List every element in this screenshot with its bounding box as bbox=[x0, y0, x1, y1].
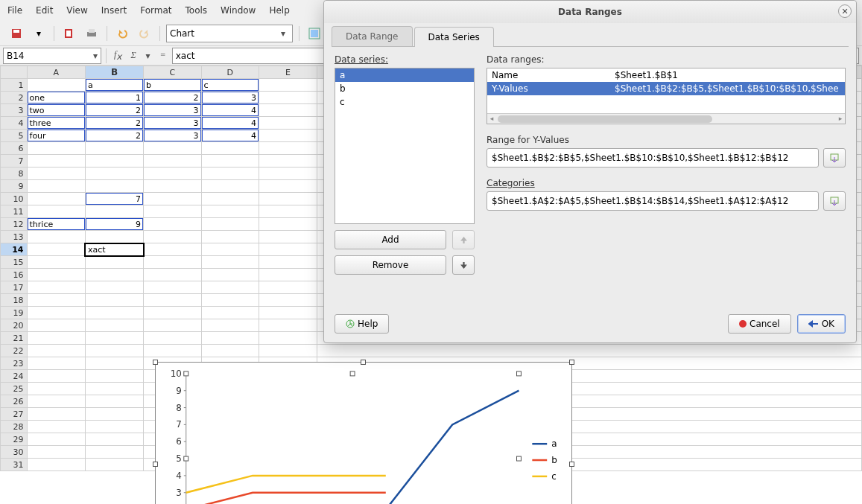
cell[interactable] bbox=[201, 205, 259, 218]
row-header[interactable]: 30 bbox=[1, 446, 28, 459]
cell[interactable] bbox=[259, 243, 317, 256]
cell[interactable]: 3 bbox=[144, 104, 202, 117]
cell[interactable] bbox=[201, 256, 259, 269]
data-series-listbox[interactable]: abc bbox=[335, 68, 475, 224]
cell[interactable] bbox=[27, 421, 85, 433]
cell[interactable] bbox=[144, 193, 202, 205]
row-header[interactable]: 20 bbox=[1, 319, 28, 332]
cell[interactable] bbox=[27, 395, 85, 408]
col-header-C[interactable]: C bbox=[144, 66, 202, 79]
cell[interactable] bbox=[144, 168, 202, 180]
name-box[interactable]: ▾ bbox=[3, 48, 101, 64]
ok-button[interactable]: OK bbox=[797, 314, 846, 334]
col-header-E[interactable]: E bbox=[259, 66, 317, 79]
cell[interactable] bbox=[201, 142, 259, 155]
cell[interactable]: 2 bbox=[85, 104, 143, 117]
resize-handle[interactable] bbox=[361, 360, 366, 365]
cell[interactable] bbox=[259, 193, 317, 205]
move-down-button[interactable] bbox=[452, 255, 475, 275]
cell[interactable] bbox=[144, 281, 202, 294]
resize-handle[interactable] bbox=[153, 360, 158, 365]
redo-icon[interactable] bbox=[136, 25, 153, 42]
cell[interactable] bbox=[259, 130, 317, 142]
row-header[interactable]: 5 bbox=[1, 130, 28, 142]
row-header[interactable]: 28 bbox=[1, 421, 28, 433]
name-box-input[interactable] bbox=[4, 51, 90, 61]
range-row[interactable]: Y-Values$Sheet1.$B$2:$B$5,$Sheet1.$B$10:… bbox=[487, 82, 845, 95]
cell[interactable]: 3 bbox=[201, 92, 259, 104]
dropdown-icon[interactable]: ▾ bbox=[30, 25, 48, 42]
row-header[interactable]: 24 bbox=[1, 370, 28, 383]
cell[interactable] bbox=[27, 459, 85, 471]
cell[interactable] bbox=[27, 193, 85, 205]
cell[interactable] bbox=[27, 345, 85, 357]
cell[interactable] bbox=[259, 205, 317, 218]
cell[interactable] bbox=[201, 168, 259, 180]
menu-tools[interactable]: Tools bbox=[186, 5, 208, 16]
cell[interactable] bbox=[259, 319, 317, 332]
cell[interactable] bbox=[259, 269, 317, 281]
cell[interactable]: 2 bbox=[85, 117, 143, 130]
menu-edit[interactable]: Edit bbox=[36, 5, 53, 16]
cell[interactable] bbox=[85, 294, 143, 307]
cell[interactable] bbox=[201, 180, 259, 193]
cell[interactable] bbox=[85, 155, 143, 168]
cell[interactable] bbox=[317, 345, 861, 357]
cell[interactable] bbox=[144, 319, 202, 332]
help-button[interactable]: Help bbox=[335, 314, 389, 334]
cell[interactable] bbox=[201, 307, 259, 319]
cell[interactable] bbox=[201, 294, 259, 307]
cell[interactable] bbox=[27, 180, 85, 193]
cell[interactable] bbox=[85, 307, 143, 319]
row-header[interactable]: 3 bbox=[1, 104, 28, 117]
cell[interactable] bbox=[27, 408, 85, 421]
cell[interactable] bbox=[144, 180, 202, 193]
resize-handle[interactable] bbox=[569, 360, 574, 365]
chart-area-icon[interactable] bbox=[305, 25, 323, 42]
cell[interactable] bbox=[27, 205, 85, 218]
cell[interactable] bbox=[27, 168, 85, 180]
row-header[interactable]: 14 bbox=[1, 243, 28, 256]
cell[interactable] bbox=[85, 256, 143, 269]
cell[interactable] bbox=[201, 243, 259, 256]
cell[interactable] bbox=[144, 269, 202, 281]
row-header[interactable]: 10 bbox=[1, 193, 28, 205]
cell[interactable]: 2 bbox=[85, 130, 143, 142]
cell[interactable] bbox=[201, 269, 259, 281]
cell[interactable] bbox=[144, 218, 202, 231]
cell[interactable]: thrice bbox=[27, 218, 85, 231]
select-all-corner[interactable] bbox=[1, 66, 28, 79]
cell[interactable] bbox=[259, 281, 317, 294]
row-header[interactable]: 6 bbox=[1, 142, 28, 155]
cell[interactable]: 9 bbox=[85, 218, 143, 231]
row-header[interactable]: 19 bbox=[1, 307, 28, 319]
remove-button[interactable]: Remove bbox=[335, 255, 446, 275]
cell[interactable] bbox=[259, 92, 317, 104]
cell[interactable] bbox=[85, 180, 143, 193]
cell[interactable] bbox=[85, 433, 143, 446]
row-header[interactable]: 8 bbox=[1, 168, 28, 180]
menu-insert[interactable]: Insert bbox=[101, 5, 127, 16]
cell[interactable]: four bbox=[27, 130, 85, 142]
undo-icon[interactable] bbox=[113, 25, 131, 42]
cell[interactable] bbox=[259, 218, 317, 231]
menu-help[interactable]: Help bbox=[269, 5, 289, 16]
row-header[interactable]: 16 bbox=[1, 269, 28, 281]
cell[interactable] bbox=[85, 281, 143, 294]
cell[interactable] bbox=[201, 193, 259, 205]
cell[interactable] bbox=[144, 294, 202, 307]
sum-icon[interactable]: Σ bbox=[127, 50, 139, 61]
row-header[interactable]: 25 bbox=[1, 383, 28, 395]
cell[interactable] bbox=[85, 383, 143, 395]
row-header[interactable]: 12 bbox=[1, 218, 28, 231]
categories-input[interactable] bbox=[487, 191, 819, 211]
cell[interactable] bbox=[27, 307, 85, 319]
cell[interactable] bbox=[27, 269, 85, 281]
resize-handle[interactable] bbox=[153, 462, 158, 467]
row-header[interactable]: 18 bbox=[1, 294, 28, 307]
save-icon[interactable] bbox=[7, 25, 25, 42]
row-header[interactable]: 27 bbox=[1, 408, 28, 421]
row-header[interactable]: 15 bbox=[1, 256, 28, 269]
cell[interactable] bbox=[201, 319, 259, 332]
cell[interactable] bbox=[259, 180, 317, 193]
